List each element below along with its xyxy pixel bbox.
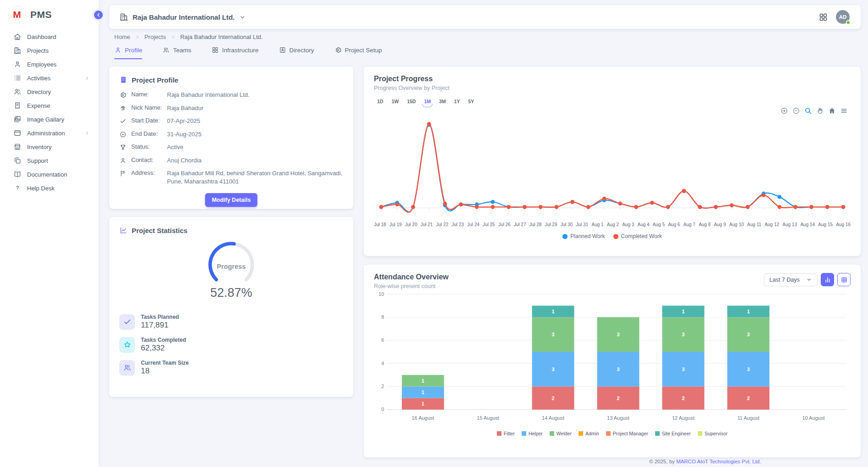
flag-icon: [119, 170, 127, 177]
sidebar-item-image-gallary[interactable]: Image Gallary: [0, 112, 99, 126]
sidebar-item-label: Documentation: [27, 171, 67, 178]
range-button-3m[interactable]: 3M: [436, 97, 449, 106]
tab-label: Directory: [289, 47, 314, 54]
drawer-icon: [13, 129, 22, 137]
sidebar-item-label: Projects: [27, 47, 49, 54]
field-label: Contact:: [131, 156, 167, 163]
field-value: Raja Bahadur Mill Rd, behind Sheraton Gr…: [167, 169, 343, 185]
sidebar-item-label: Dashboard: [27, 33, 56, 40]
field-value: Raja Bahadur International Ltd.: [167, 91, 343, 99]
svg-text:11 August: 11 August: [737, 415, 759, 421]
svg-text:2: 2: [747, 395, 750, 401]
user-avatar[interactable]: AD: [836, 10, 850, 24]
sidebar-item-label: Support: [27, 157, 48, 164]
attendance-overview-card: Attendance Overview Role-wise present co…: [364, 265, 861, 457]
field-label: End Date:: [131, 130, 167, 137]
zoom-in-icon[interactable]: [780, 107, 788, 115]
tab-directory[interactable]: Directory: [279, 46, 314, 59]
stat-row: Tasks Planned117,891: [119, 314, 343, 330]
breadcrumb-separator-icon: [170, 34, 176, 40]
range-button-5y[interactable]: 5Y: [465, 97, 477, 106]
sidebar-item-support[interactable]: Support: [0, 154, 99, 167]
svg-text:3: 3: [617, 332, 619, 337]
legend-item-helper[interactable]: Helper: [522, 431, 543, 436]
bar-chart-view-button[interactable]: [821, 273, 834, 286]
gear-icon: [119, 91, 127, 99]
legend-label: Completed Work: [621, 233, 662, 239]
tab-label: Profile: [125, 47, 142, 54]
x-axis-label: Aug 16: [836, 222, 851, 227]
sidebar-item-directory[interactable]: Directory: [0, 85, 99, 99]
legend-item-welder[interactable]: Welder: [550, 431, 572, 436]
legend-item-supervisor[interactable]: Supervisor: [698, 431, 728, 436]
sidebar-item-inventory[interactable]: Inventory: [0, 140, 99, 154]
sidebar-item-activities[interactable]: Activities: [0, 71, 99, 85]
sidebar-item-employees[interactable]: Employees: [0, 57, 99, 71]
modify-details-button[interactable]: Modify Details: [205, 193, 258, 207]
range-button-1w[interactable]: 1W: [388, 97, 402, 106]
app-logo[interactable]: M PMS: [0, 0, 99, 23]
profile-field-row: Nick Name:Raja Bahadur: [119, 104, 343, 112]
range-button-15d[interactable]: 15D: [404, 97, 419, 106]
sidebar-item-label: Activities: [27, 75, 50, 82]
days-filter-select[interactable]: Last 7 Days: [764, 273, 818, 286]
x-axis-label: Aug 4: [638, 222, 650, 227]
svg-text:0: 0: [381, 407, 384, 412]
image-icon: [13, 115, 22, 123]
footer-company-link[interactable]: MARCO AIoT Technologies Pvt. Ltd.: [676, 459, 761, 464]
svg-text:12 August: 12 August: [672, 415, 695, 421]
stat-icon-box: [119, 360, 135, 376]
table-icon: [840, 276, 848, 284]
legend-swatch: [497, 431, 501, 436]
range-button-1m[interactable]: 1M: [421, 97, 434, 106]
range-button-1y[interactable]: 1Y: [451, 97, 463, 106]
line-chart-legend: Planned WorkCompleted Work: [374, 233, 851, 239]
legend-item-admin[interactable]: Admin: [579, 431, 599, 436]
stat-label: Tasks Planned: [141, 314, 179, 320]
zoom-out-icon[interactable]: [792, 107, 800, 115]
legend-item-project-manager[interactable]: Project Manager: [606, 431, 648, 436]
sidebar-item-projects[interactable]: Projects: [0, 44, 99, 57]
x-axis-label: Aug 11: [747, 222, 761, 227]
range-button-1d[interactable]: 1D: [374, 97, 386, 106]
svg-text:3: 3: [682, 367, 684, 372]
menu-icon[interactable]: [840, 107, 848, 115]
sidebar-item-dashboard[interactable]: Dashboard: [0, 30, 99, 44]
home-reset-icon[interactable]: [828, 107, 836, 115]
selection-zoom-icon[interactable]: [804, 107, 812, 115]
svg-text:2: 2: [381, 384, 384, 389]
legend-item-fitter[interactable]: Fitter: [497, 431, 515, 436]
x-axis-label: Jul 20: [405, 222, 417, 227]
company-building-icon: [119, 12, 128, 22]
time-range-buttons: 1D1W15D1M3M1Y5Y: [374, 97, 851, 106]
stat-row: Tasks Completed62,332: [119, 337, 343, 353]
sidebar-collapse-button[interactable]: [92, 9, 105, 21]
legend-item-site-engineer[interactable]: Site Engineer: [655, 431, 691, 436]
legend-label: Admin: [585, 431, 599, 436]
tab-profile[interactable]: Profile: [114, 46, 142, 59]
table-view-button[interactable]: [837, 273, 851, 286]
field-label: Name:: [131, 91, 167, 98]
tab-teams[interactable]: Teams: [162, 46, 191, 59]
stacked-bar-chart: 024681011116 August15 August233114 Augus…: [374, 289, 851, 436]
breadcrumb-item[interactable]: Home: [114, 33, 130, 40]
x-axis-label: Jul 30: [561, 222, 573, 227]
sidebar-item-expense[interactable]: Expense: [0, 99, 99, 112]
sidebar-item-documentation[interactable]: Documentation: [0, 167, 99, 181]
company-selector[interactable]: Raja Bahadur International Ltd.: [119, 12, 246, 22]
tab-bar: ProfileTeamsInfrastructureDirectoryProje…: [114, 46, 382, 59]
tab-infrastructure[interactable]: Infrastructure: [211, 46, 259, 59]
sidebar-item-administration[interactable]: Administration: [0, 126, 99, 140]
progress-gauge: Progress 52.87%: [119, 237, 343, 300]
tab-project-setup[interactable]: Project Setup: [334, 46, 382, 59]
pan-icon[interactable]: [816, 107, 824, 115]
trophy-icon: [119, 144, 127, 151]
grid4-icon: [211, 46, 219, 54]
svg-text:1: 1: [682, 309, 684, 314]
sidebar-item-help-desk[interactable]: Help Desk: [0, 181, 99, 195]
apps-grid-button[interactable]: [818, 12, 828, 22]
profile-field-row: Address:Raja Bahadur Mill Rd, behind She…: [119, 169, 343, 185]
legend-item-planned-work[interactable]: Planned Work: [562, 233, 605, 239]
breadcrumb-item[interactable]: Projects: [145, 33, 166, 40]
legend-item-completed-work[interactable]: Completed Work: [613, 233, 662, 239]
